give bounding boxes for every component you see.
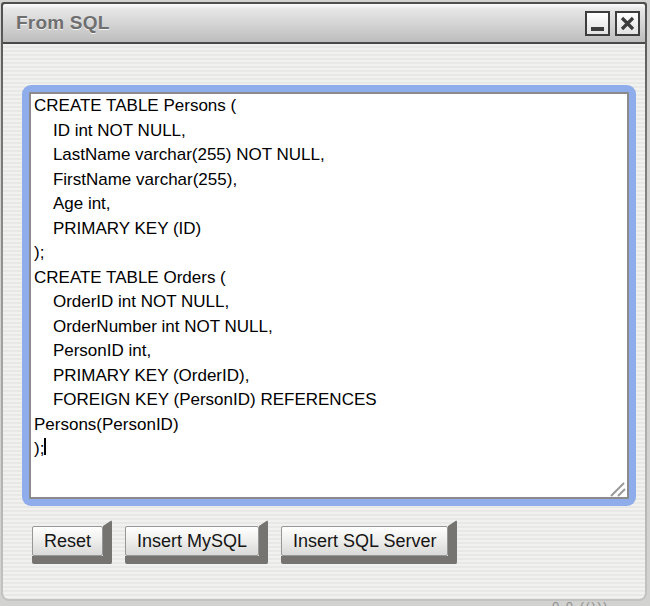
dialog-window-inner: From SQL CREATE TABLE Persons ( ID int N… (3, 4, 645, 599)
window-title: From SQL (16, 12, 585, 34)
reset-button[interactable]: Reset (32, 526, 103, 556)
minimize-button[interactable] (585, 11, 610, 36)
close-button[interactable] (615, 11, 640, 36)
text-caret (44, 438, 46, 455)
title-bar[interactable]: From SQL (3, 4, 645, 44)
resize-handle-icon[interactable] (608, 482, 628, 498)
button-row: Reset Insert MySQL Insert SQL Server (32, 520, 457, 564)
insert-mysql-button[interactable]: Insert MySQL (125, 526, 259, 556)
minimize-icon (591, 27, 604, 31)
sql-input[interactable]: CREATE TABLE Persons ( ID int NOT NULL, … (29, 92, 629, 499)
reset-button-shadow: Reset (32, 520, 112, 564)
insert-mysql-button-shadow: Insert MySQL (125, 520, 268, 564)
insert-sql-server-button-shadow: Insert SQL Server (281, 520, 457, 564)
insert-sql-server-button[interactable]: Insert SQL Server (281, 526, 448, 556)
dialog-window: From SQL CREATE TABLE Persons ( ID int N… (1, 2, 647, 601)
dialog-content: CREATE TABLE Persons ( ID int NOT NULL, … (3, 44, 645, 599)
textarea-focus-ring: CREATE TABLE Persons ( ID int NOT NULL, … (22, 85, 636, 506)
close-icon (620, 16, 635, 31)
clipped-page-text: 0 0 (())) (552, 599, 609, 606)
window-controls (585, 11, 640, 36)
